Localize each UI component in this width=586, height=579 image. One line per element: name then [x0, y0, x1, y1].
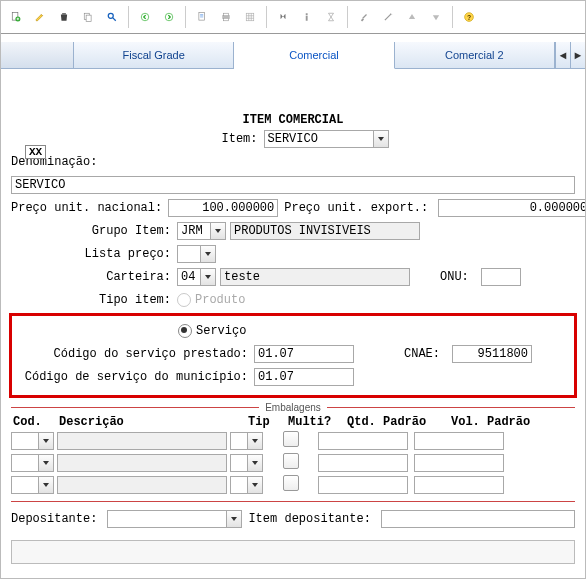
- svg-rect-13: [306, 13, 308, 15]
- emb-qtd[interactable]: [318, 476, 408, 494]
- label-preco-exp: Preço unit. export.:: [278, 201, 434, 215]
- search-button[interactable]: [101, 6, 123, 28]
- carteira-code-field[interactable]: [177, 268, 201, 286]
- label-item-dep: Item depositante:: [242, 512, 376, 526]
- embalagem-row: [11, 431, 575, 451]
- svg-rect-11: [224, 18, 229, 21]
- item-dep-field[interactable]: [381, 510, 575, 528]
- wand-button[interactable]: [377, 6, 399, 28]
- grupo-picker[interactable]: [210, 222, 226, 240]
- denominacao-field[interactable]: [11, 176, 575, 194]
- item-picker[interactable]: [373, 130, 389, 148]
- grupo-desc-field: [230, 222, 420, 240]
- emb-desc: [57, 476, 227, 494]
- emb-vol[interactable]: [414, 476, 504, 494]
- toolbar: ?: [1, 1, 585, 34]
- print-button[interactable]: [215, 6, 237, 28]
- info-button[interactable]: [296, 6, 318, 28]
- cnae-field[interactable]: [452, 345, 532, 363]
- embalagens-header: Embalagens: [11, 402, 575, 413]
- carteira-picker[interactable]: [200, 268, 216, 286]
- emb-tip[interactable]: [230, 476, 248, 494]
- embalagem-row: [11, 475, 575, 495]
- lista-field[interactable]: [177, 245, 201, 263]
- svg-rect-14: [306, 16, 308, 21]
- emb-multi-check[interactable]: [283, 453, 299, 469]
- emb-cod-picker[interactable]: [38, 454, 54, 472]
- emb-cod[interactable]: [11, 476, 39, 494]
- label-carteira: Carteira:: [11, 270, 177, 284]
- svg-point-6: [141, 13, 149, 21]
- emb-vol[interactable]: [414, 432, 504, 450]
- tab-prev-hidden[interactable]: [1, 42, 74, 68]
- emb-cod[interactable]: [11, 454, 39, 472]
- brush-button[interactable]: [353, 6, 375, 28]
- preco-exp-field[interactable]: [438, 199, 586, 217]
- emb-tip[interactable]: [230, 454, 248, 472]
- label-item: Item:: [198, 132, 264, 146]
- emb-cod-picker[interactable]: [38, 432, 54, 450]
- status-bar: [11, 540, 575, 564]
- embalagens-columns: Cod. Descrição Tip Multi? Qtd. Padrão Vo…: [11, 415, 575, 429]
- emb-multi-check[interactable]: [283, 475, 299, 491]
- radio-servico[interactable]: [178, 324, 192, 338]
- down-button[interactable]: [425, 6, 447, 28]
- emb-cod[interactable]: [11, 432, 39, 450]
- edit-button[interactable]: [29, 6, 51, 28]
- lista-picker[interactable]: [200, 245, 216, 263]
- col-tip: Tip: [246, 415, 286, 429]
- form-title: ITEM COMERCIAL: [11, 113, 575, 127]
- tabs-scroll-right[interactable]: ►: [571, 42, 585, 68]
- next-button[interactable]: [158, 6, 180, 28]
- item-field[interactable]: [264, 130, 374, 148]
- prev-button[interactable]: [134, 6, 156, 28]
- tab-comercial[interactable]: Comercial: [234, 42, 394, 69]
- emb-multi-check[interactable]: [283, 431, 299, 447]
- tab-comercial-2[interactable]: Comercial 2: [395, 42, 555, 68]
- emb-tip-picker[interactable]: [247, 432, 263, 450]
- doc-button[interactable]: [191, 6, 213, 28]
- depositante-field[interactable]: [107, 510, 227, 528]
- new-button[interactable]: [5, 6, 27, 28]
- emb-qtd[interactable]: [318, 432, 408, 450]
- tab-fiscal-grade[interactable]: Fiscal Grade: [74, 42, 234, 68]
- label-grupo: Grupo Item:: [11, 224, 177, 238]
- preco-nac-field[interactable]: [168, 199, 278, 217]
- copy-button[interactable]: [77, 6, 99, 28]
- emb-qtd[interactable]: [318, 454, 408, 472]
- help-button[interactable]: ?: [458, 6, 480, 28]
- delete-button[interactable]: [53, 6, 75, 28]
- xx-badge: XX: [25, 145, 46, 159]
- svg-rect-4: [86, 15, 91, 21]
- svg-rect-12: [246, 13, 254, 21]
- emb-vol[interactable]: [414, 454, 504, 472]
- onu-field[interactable]: [481, 268, 521, 286]
- up-button[interactable]: [401, 6, 423, 28]
- carteira-desc-field: [220, 268, 410, 286]
- hourglass-button[interactable]: [320, 6, 342, 28]
- label-onu: ONU:: [410, 270, 475, 284]
- cod-serv-mun-field[interactable]: [254, 368, 354, 386]
- col-multi: Multi?: [286, 415, 345, 429]
- svg-rect-10: [224, 13, 229, 16]
- label-depositante: Depositante:: [11, 512, 103, 526]
- radio-produto[interactable]: [177, 293, 191, 307]
- col-vol: Vol. Padrão: [449, 415, 553, 429]
- tabs-scroll-left[interactable]: ◄: [556, 42, 571, 68]
- svg-text:?: ?: [467, 14, 471, 21]
- find-button[interactable]: [272, 6, 294, 28]
- emb-tip-picker[interactable]: [247, 454, 263, 472]
- cod-serv-prest-field[interactable]: [254, 345, 354, 363]
- depositante-picker[interactable]: [226, 510, 242, 528]
- col-cod: Cod.: [11, 415, 57, 429]
- app-window: ? Fiscal Grade Comercial Comercial 2 ◄ ►…: [0, 0, 586, 579]
- emb-cod-picker[interactable]: [38, 476, 54, 494]
- embalagem-row: [11, 453, 575, 473]
- label-tipo: Tipo item:: [11, 293, 177, 307]
- label-servico: Serviço: [196, 324, 246, 338]
- grid-button[interactable]: [239, 6, 261, 28]
- label-cod-serv-prest: Código do serviço prestado:: [18, 347, 254, 361]
- emb-tip[interactable]: [230, 432, 248, 450]
- emb-tip-picker[interactable]: [247, 476, 263, 494]
- grupo-code-field[interactable]: [177, 222, 211, 240]
